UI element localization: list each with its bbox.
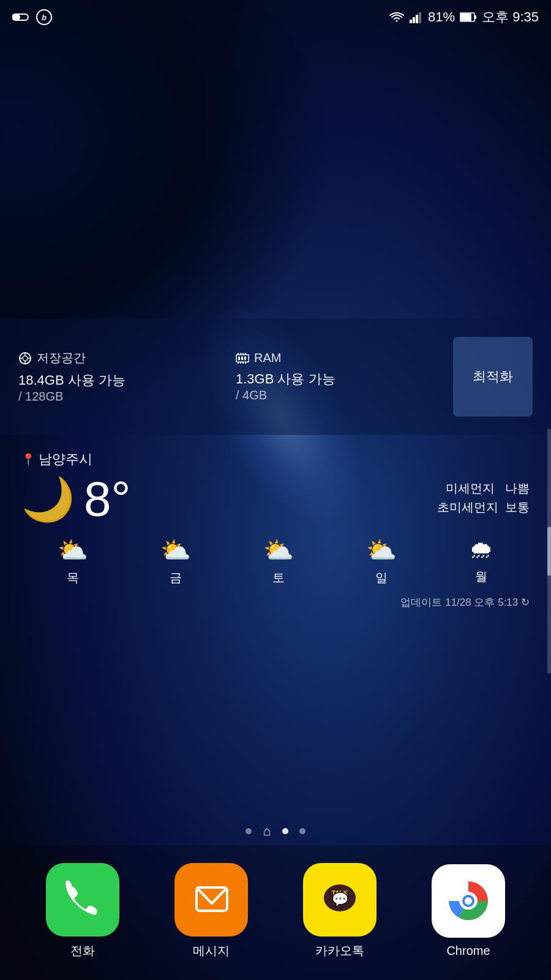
status-left: b <box>12 9 53 26</box>
battery-icon <box>460 12 477 22</box>
system-widget: 저장공간 18.4GB 사용 가능 / 128GB RAM 1.3GB 사용 <box>0 318 551 435</box>
app-message[interactable]: 메시지 <box>174 863 248 959</box>
svg-text:💬: 💬 <box>332 891 349 908</box>
svg-point-37 <box>465 897 472 905</box>
moon-icon: 🌙 <box>21 478 75 521</box>
chrome-icon <box>444 876 493 925</box>
forecast-thu-icon: ⛅ <box>58 536 88 565</box>
dust-label-1: 미세먼지 나쁨 <box>437 480 530 497</box>
forecast-sat-label: 토 <box>272 570 285 586</box>
wifi-icon <box>389 11 405 23</box>
weather-location: 📍 남양주시 <box>21 450 530 469</box>
forecast-mon-icon: 🌧 <box>469 536 493 564</box>
forecast-fri: ⛅ 금 <box>160 536 191 586</box>
forecast-fri-label: 금 <box>170 570 182 586</box>
dock: 전화 메시지 TALK 💬 카카오톡 <box>0 845 551 980</box>
svg-rect-20 <box>244 356 246 360</box>
kakao-label: 카카오톡 <box>315 943 364 959</box>
forecast-fri-icon: ⛅ <box>160 536 191 565</box>
signal-icon <box>410 11 423 23</box>
svg-text:b: b <box>42 13 47 22</box>
status-bar: b 81% 오후 9:35 <box>0 0 551 34</box>
ram-title: RAM <box>236 351 453 365</box>
scrollbar[interactable] <box>547 429 551 674</box>
page-dot-3[interactable] <box>299 828 305 834</box>
forecast-sun-icon: ⛅ <box>366 536 397 565</box>
forecast-sun-label: 일 <box>375 570 388 586</box>
chrome-icon-bg <box>432 864 505 938</box>
svg-rect-1 <box>12 14 20 20</box>
forecast-sat-icon: ⛅ <box>263 536 294 565</box>
temperature: 8° <box>84 475 130 524</box>
forecast-row: ⛅ 목 ⛅ 금 ⛅ 토 ⛅ 일 🌧 월 <box>21 536 530 586</box>
phone-icon-bg <box>46 863 119 937</box>
scrollbar-thumb[interactable] <box>547 527 551 576</box>
app-phone[interactable]: 전화 <box>46 863 119 959</box>
svg-rect-6 <box>416 15 418 23</box>
weather-update: 업데이트 11/28 오후 5:13 ↻ <box>21 595 530 609</box>
app-chrome[interactable]: Chrome <box>432 864 505 958</box>
weather-main: 🌙 8° 미세먼지 나쁨 초미세먼지 보통 <box>21 475 530 524</box>
forecast-mon: 🌧 월 <box>469 536 493 586</box>
svg-rect-5 <box>413 17 415 23</box>
storage-title: 저장공간 <box>18 350 236 366</box>
weather-left: 🌙 8° <box>21 475 130 524</box>
forecast-sat: ⛅ 토 <box>263 536 294 586</box>
storage-info: 저장공간 18.4GB 사용 가능 / 128GB <box>18 350 236 404</box>
ram-available: 1.3GB 사용 가능 <box>236 370 453 388</box>
svg-rect-10 <box>474 15 476 19</box>
page-indicators: ⌂ <box>0 823 551 839</box>
page-home-indicator[interactable]: ⌂ <box>263 823 271 839</box>
phone-icon <box>63 880 103 920</box>
battery-percent: 81% <box>428 9 455 25</box>
svg-rect-9 <box>460 13 471 21</box>
weather-widget: 📍 남양주시 🌙 8° 미세먼지 나쁨 초미세먼지 보통 ⛅ 목 ⛅ 금 ⛅ <box>0 438 551 622</box>
phone-label: 전화 <box>70 943 95 959</box>
page-dot-1[interactable] <box>246 828 252 834</box>
forecast-thu: ⛅ 목 <box>58 536 88 586</box>
storage-icon <box>18 352 32 365</box>
svg-point-12 <box>23 356 28 361</box>
kakao-icon: TALK 💬 <box>318 878 361 921</box>
forecast-mon-label: 월 <box>475 568 487 585</box>
message-label: 메시지 <box>193 943 230 959</box>
kakao-icon-bg: TALK 💬 <box>303 863 377 937</box>
dust-label-2: 초미세먼지 보통 <box>437 499 530 516</box>
optimize-button[interactable]: 최적화 <box>453 337 533 417</box>
app-kakao[interactable]: TALK 💬 카카오톡 <box>303 863 377 959</box>
storage-total: / 128GB <box>18 390 236 404</box>
ram-info: RAM 1.3GB 사용 가능 / 4GB <box>236 351 453 402</box>
status-right: 81% 오후 9:35 <box>389 8 539 26</box>
ram-icon <box>236 352 249 365</box>
status-time: 오후 9:35 <box>482 8 539 26</box>
svg-rect-4 <box>410 20 412 23</box>
pill-icon <box>12 11 29 23</box>
ram-total: / 4GB <box>236 388 453 402</box>
message-icon <box>192 880 231 920</box>
svg-rect-18 <box>238 356 240 360</box>
forecast-sun: ⛅ 일 <box>366 536 397 586</box>
weather-right: 미세먼지 나쁨 초미세먼지 보통 <box>437 480 530 518</box>
page-dot-2[interactable] <box>282 828 288 834</box>
message-icon-bg <box>174 863 248 937</box>
forecast-thu-label: 목 <box>67 570 79 586</box>
chrome-label: Chrome <box>446 944 490 958</box>
svg-rect-19 <box>241 356 243 360</box>
bixby-icon: b <box>36 9 53 26</box>
storage-available: 18.4GB 사용 가능 <box>18 371 236 390</box>
svg-rect-7 <box>419 12 421 23</box>
